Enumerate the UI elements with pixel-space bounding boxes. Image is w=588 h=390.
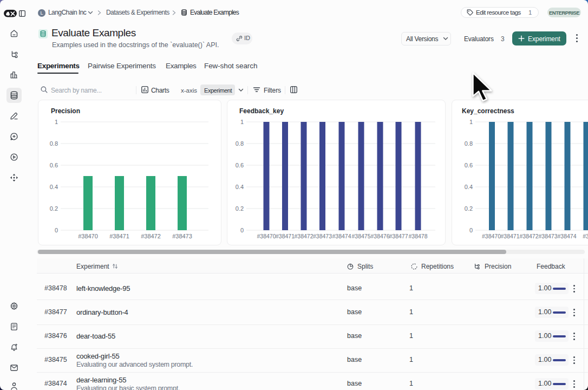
svg-text:0.2: 0.2: [465, 205, 473, 212]
svg-text:#38470: #38470: [482, 233, 501, 239]
svg-text:#3: #3: [583, 233, 588, 239]
svg-text:0.6: 0.6: [465, 162, 473, 168]
svg-text:#38471: #38471: [109, 233, 129, 239]
svg-text:0.8: 0.8: [50, 140, 58, 147]
svg-text:#38473: #38473: [313, 233, 332, 239]
svg-text:0: 0: [240, 227, 244, 233]
svg-text:#38473: #38473: [538, 233, 557, 239]
svg-text:0.4: 0.4: [50, 184, 58, 190]
svg-text:0: 0: [469, 227, 473, 233]
svg-text:Key_correctness: Key_correctness: [462, 107, 514, 115]
svg-text:#38471: #38471: [500, 233, 519, 239]
svg-text:#38478: #38478: [408, 233, 427, 239]
svg-text:0: 0: [55, 227, 58, 233]
svg-text:#38471: #38471: [276, 233, 295, 239]
svg-text:0.8: 0.8: [465, 140, 473, 147]
svg-text:#38470: #38470: [257, 233, 276, 239]
svg-text:1: 1: [55, 119, 58, 125]
svg-text:0.2: 0.2: [236, 205, 244, 212]
svg-text:0.6: 0.6: [50, 162, 58, 168]
svg-text:0.4: 0.4: [465, 184, 473, 190]
svg-text:1: 1: [240, 119, 244, 125]
svg-text:#38472: #38472: [294, 233, 313, 239]
svg-text:0.4: 0.4: [236, 184, 244, 190]
svg-text:#38470: #38470: [78, 233, 98, 239]
svg-text:#38472: #38472: [519, 233, 538, 239]
svg-text:#38473: #38473: [172, 233, 192, 239]
svg-text:Feedback_key: Feedback_key: [239, 107, 284, 115]
svg-text:0.6: 0.6: [236, 162, 244, 168]
svg-text:Precision: Precision: [51, 107, 80, 115]
svg-text:0.2: 0.2: [50, 205, 58, 212]
svg-text:#38476: #38476: [370, 233, 389, 239]
svg-text:#38472: #38472: [141, 233, 161, 239]
svg-text:#38477: #38477: [389, 233, 408, 239]
svg-text:#38474: #38474: [557, 233, 576, 239]
svg-text:#38475: #38475: [351, 233, 370, 239]
svg-text:0.8: 0.8: [236, 140, 244, 147]
svg-text:1: 1: [469, 119, 473, 125]
svg-text:#38474: #38474: [332, 233, 351, 239]
